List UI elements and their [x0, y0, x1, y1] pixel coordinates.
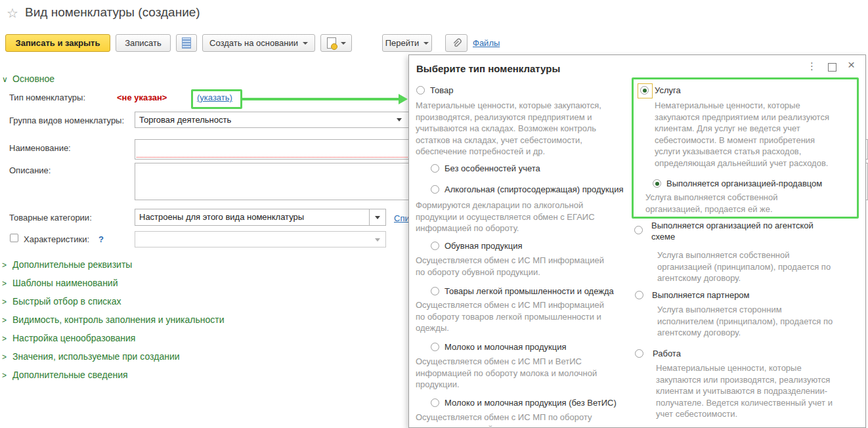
chevron-expanded-icon: ∨	[2, 75, 12, 84]
group-combo-value: Торговая деятельность	[139, 115, 231, 125]
section-label: Шаблоны наименований	[12, 278, 118, 288]
save-and-close-button[interactable]: Записать и закрыть	[5, 34, 110, 52]
section-label: Настройка ценообразования	[12, 333, 135, 343]
group-label: Группа видов номенклатуры:	[9, 116, 124, 125]
radio-label-light-industry[interactable]: Товары легкой промышленности и одежда	[445, 286, 614, 297]
description-label: Описание:	[9, 165, 51, 175]
chevron-collapsed-icon: >	[2, 261, 12, 270]
section-visibility-control[interactable]: >Видимость, контроль заполнения и уникал…	[2, 314, 225, 325]
chevron-down-icon	[375, 216, 380, 219]
chevron-down-icon	[303, 42, 308, 45]
show-in-list-button[interactable]	[176, 34, 197, 52]
desc-footwear: Осуществляется обмен с ИС МП информацией…	[416, 255, 613, 278]
radio-label-performed-by-partner[interactable]: Выполняется партнером	[652, 289, 750, 301]
close-icon[interactable]: ×	[848, 58, 855, 72]
chevron-collapsed-icon: >	[2, 371, 12, 380]
group-combo[interactable]: Торговая деятельность	[135, 112, 420, 128]
section-creation-values[interactable]: >Значения, используемые при создании	[2, 351, 180, 362]
dialog-menu-icon[interactable]: ⋮	[807, 60, 817, 72]
help-icon[interactable]: ?	[98, 234, 104, 244]
categories-label: Товарные категории:	[9, 213, 92, 223]
radio-product[interactable]	[416, 86, 425, 95]
radio-dairy[interactable]	[431, 343, 439, 351]
section-label: Значения, используемые при создании	[12, 351, 180, 362]
create-based-on-button[interactable]: Создать на основании	[202, 34, 315, 52]
radio-agent-scheme[interactable]	[634, 226, 643, 234]
desc-dairy-no-vetis: Осуществляется обмен с ИС МП по обороту …	[416, 412, 613, 428]
radio-label-agent-scheme[interactable]: Выполняется организацией по агентской сх…	[651, 220, 829, 242]
radio-footwear[interactable]	[431, 242, 439, 250]
desc-performed-by-partner: Услуга выполняется сторонним исполнителе…	[657, 304, 838, 339]
app-window: ☆ Вид номенклатуры (создание) Записать и…	[0, 0, 868, 428]
annotation-arrow	[242, 98, 399, 100]
save-button[interactable]: Записать	[116, 34, 171, 52]
create-based-on-label: Создать на основании	[209, 38, 298, 48]
combo-dropdown-button[interactable]	[369, 209, 385, 225]
desc-agent-scheme: Услуга выполняется собственной организац…	[657, 249, 838, 284]
desc-alcohol-products: Формируются декларации по алкогольной пр…	[416, 200, 613, 234]
go-to-label: Перейти	[385, 38, 420, 48]
categories-list-link[interactable]: Спи	[394, 213, 410, 223]
desc-work: Нематериальные ценности, которые закупаю…	[656, 362, 837, 420]
radio-light-industry[interactable]	[431, 287, 439, 295]
list-icon	[182, 37, 191, 49]
section-additional-attributes[interactable]: >Дополнительные реквизиты	[2, 259, 132, 270]
section-pricing-setup[interactable]: >Настройка ценообразования	[2, 333, 135, 343]
files-link[interactable]: Файлы	[473, 38, 500, 48]
radio-label-work[interactable]: Работа	[653, 348, 681, 359]
characteristics-label: Характеристики:	[24, 234, 89, 244]
nomenclature-type-dialog: Выберите тип номенклатуры ⋮ × Товар Мате…	[408, 54, 866, 428]
characteristics-checkbox[interactable]	[10, 234, 18, 242]
radio-label-product[interactable]: Товар	[430, 85, 453, 96]
section-label: Дополнительные реквизиты	[12, 259, 132, 270]
radio-performed-by-partner[interactable]	[635, 291, 643, 299]
chevron-down-icon[interactable]	[397, 118, 402, 121]
radio-label-alcohol-products[interactable]: Алкогольная (спиртосодержащая) продукция	[445, 184, 623, 195]
categories-combo[interactable]: Настроены для этого вида номенклатуры	[135, 209, 386, 226]
radio-label-no-special-accounting[interactable]: Без особенностей учета	[445, 163, 540, 174]
section-label: Видимость, контроль заполнения и уникаль…	[12, 314, 225, 325]
chevron-collapsed-icon: >	[2, 316, 12, 325]
type-value-not-set: <не указан>	[117, 93, 167, 102]
attach-file-button[interactable]	[445, 34, 467, 52]
characteristics-combo-disabled	[135, 231, 386, 247]
chevron-collapsed-icon: >	[2, 297, 12, 307]
go-to-button[interactable]: Перейти	[382, 34, 432, 52]
save-and-close-label: Записать и закрыть	[16, 38, 100, 48]
chevron-down-icon	[375, 238, 380, 242]
desc-product: Материальные ценности, которые закупаютс…	[416, 100, 613, 158]
document-history-button[interactable]	[320, 34, 352, 52]
desc-light-industry: Осуществляется обмен с ИС МП информацией…	[416, 299, 613, 334]
section-quick-filter[interactable]: >Быстрый отбор в списках	[2, 296, 121, 307]
radio-dairy-no-vetis[interactable]	[431, 398, 439, 407]
paperclip-icon	[451, 38, 462, 49]
radio-no-special-accounting[interactable]	[431, 164, 439, 173]
chevron-down-icon	[341, 42, 346, 45]
favorite-star-icon[interactable]: ☆	[7, 5, 18, 21]
chevron-collapsed-icon: >	[2, 353, 12, 362]
categories-combo-value: Настроены для этого вида номенклатуры	[139, 212, 304, 222]
page-title: Вид номенклатуры (создание)	[25, 5, 200, 20]
section-additional-info[interactable]: >Дополнительные сведения	[2, 370, 128, 380]
annotation-arrow-head	[399, 94, 408, 104]
radio-work[interactable]	[635, 349, 643, 358]
desc-dairy: Осуществляется обмен с ИС МП и ВетИС инф…	[416, 356, 613, 391]
section-label: Быстрый отбор в списках	[12, 296, 121, 307]
section-name-templates[interactable]: >Шаблоны наименований	[2, 278, 118, 288]
dialog-title: Выберите тип номенклатуры	[416, 63, 560, 74]
highlight-frame-service	[632, 77, 859, 219]
radio-alcohol-products[interactable]	[431, 185, 439, 194]
chevron-collapsed-icon: >	[2, 279, 12, 288]
type-label: Тип номенклатуры:	[9, 93, 85, 102]
section-main-header[interactable]: ∨Основное	[2, 74, 54, 84]
chevron-collapsed-icon: >	[2, 334, 12, 343]
radio-label-footwear[interactable]: Обувная продукция	[445, 240, 522, 251]
section-main-label: Основное	[12, 74, 54, 84]
name-label: Наименование:	[9, 143, 71, 153]
document-clock-icon	[327, 37, 336, 49]
highlight-box-set-link	[191, 89, 242, 109]
maximize-icon[interactable]	[828, 63, 836, 72]
chevron-down-icon	[423, 42, 429, 45]
radio-label-dairy-no-vetis[interactable]: Молоко и молочная продукция (без ВетИС)	[445, 397, 617, 408]
radio-label-dairy[interactable]: Молоко и молочная продукция	[445, 341, 567, 353]
